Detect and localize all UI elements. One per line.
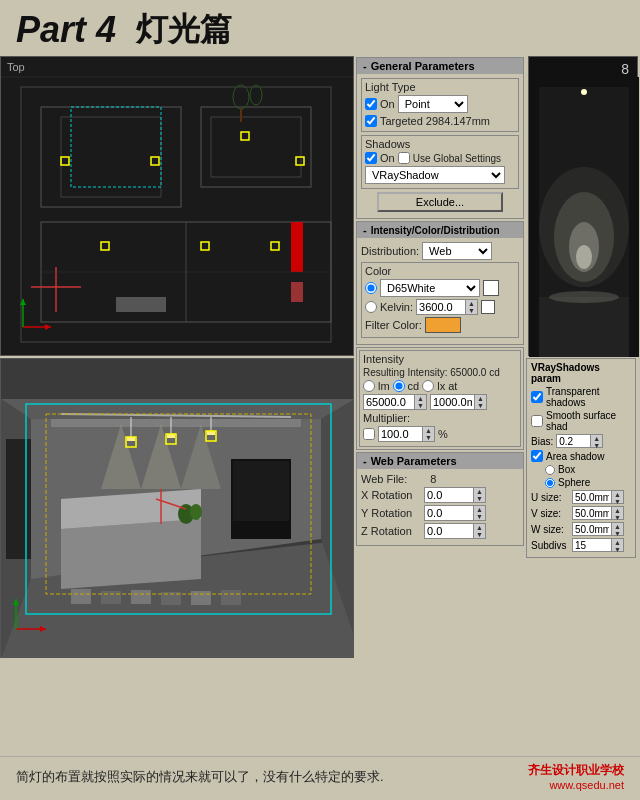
shadows-on-checkbox[interactable] — [365, 152, 377, 164]
use-global-checkbox[interactable] — [398, 152, 410, 164]
vray-shadows-panel: VRayShadows param Transparent shadows Sm… — [526, 358, 636, 558]
shadows-on-label: On — [380, 152, 395, 164]
svg-point-77 — [549, 291, 619, 303]
dist-spin[interactable]: ▲▼ — [475, 394, 487, 410]
svg-rect-12 — [296, 157, 304, 165]
filter-label: Filter Color: — [365, 319, 422, 331]
bias-spinbox: ▲▼ — [556, 434, 603, 448]
targeted-checkbox[interactable] — [365, 115, 377, 127]
u-size-input[interactable] — [572, 490, 612, 504]
svg-rect-7 — [291, 222, 303, 272]
bias-input[interactable] — [556, 434, 591, 448]
v-size-input[interactable] — [572, 506, 612, 520]
viewport-persp-svg — [1, 359, 354, 658]
u-size-row: U size: ▲▼ — [531, 490, 631, 504]
viewport-persp[interactable]: Pe — [0, 358, 354, 658]
intensity-spin[interactable]: ▲▼ — [415, 394, 427, 410]
u-size-label: U size: — [531, 492, 569, 503]
kelvin-radio[interactable] — [365, 301, 377, 313]
x-rot-input[interactable] — [424, 487, 474, 503]
light-type-select[interactable]: Point — [398, 95, 468, 113]
svg-rect-14 — [201, 242, 209, 250]
v-size-spinbox: ▲▼ — [572, 506, 624, 520]
color-radio[interactable] — [365, 282, 377, 294]
web-params-section: - Web Parameters Web File: 8 X Rotation … — [356, 452, 524, 546]
y-rot-label: Y Rotation — [361, 507, 421, 519]
z-rot-row: Z Rotation ▲▼ — [361, 523, 519, 539]
smooth-checkbox[interactable] — [531, 415, 543, 427]
subdivs-spin[interactable]: ▲▼ — [612, 538, 624, 552]
x-rot-spin[interactable]: ▲▼ — [474, 487, 486, 503]
z-rot-input[interactable] — [424, 523, 474, 539]
lxat-radio[interactable] — [422, 380, 434, 392]
svg-rect-3 — [61, 117, 161, 197]
preview-panel: 8 — [528, 56, 638, 356]
shadows-group: Shadows On Use Global Settings VRayShado… — [361, 135, 519, 189]
lm-radio[interactable] — [363, 380, 375, 392]
area-shadow-checkbox[interactable] — [531, 450, 543, 462]
kelvin-spin-arrows[interactable]: ▲▼ — [466, 299, 478, 315]
viewport-top[interactable]: Top — [0, 56, 354, 356]
web-file-row: Web File: 8 — [361, 473, 519, 485]
subdivs-spinbox: ▲▼ — [572, 538, 624, 552]
sphere-label: Sphere — [558, 477, 590, 488]
web-file-label: Web File: — [361, 473, 407, 485]
bias-spin[interactable]: ▲▼ — [591, 434, 603, 448]
y-rot-input[interactable] — [424, 505, 474, 521]
subdivs-input[interactable] — [572, 538, 612, 552]
multiplier-row: Multiplier: — [363, 412, 517, 424]
z-rot-spin[interactable]: ▲▼ — [474, 523, 486, 539]
svg-marker-46 — [61, 519, 201, 589]
right-sub-column: 8 — [526, 56, 640, 756]
exclude-button[interactable]: Exclude... — [377, 192, 503, 212]
web-params-title: Web Parameters — [371, 455, 457, 467]
x-rot-label: X Rotation — [361, 489, 421, 501]
intensity-input[interactable] — [363, 394, 415, 410]
svg-point-23 — [250, 85, 262, 105]
svg-rect-11 — [241, 132, 249, 140]
intensity-title: Intensity/Color/Distribution — [371, 225, 500, 236]
w-size-spinbox: ▲▼ — [572, 522, 624, 536]
cd-radio[interactable] — [393, 380, 405, 392]
box-radio[interactable] — [545, 465, 555, 475]
x-rot-spinbox: ▲▼ — [424, 487, 486, 503]
viewports: Top — [0, 56, 354, 736]
v-spin[interactable]: ▲▼ — [612, 506, 624, 520]
color-row: D65White — [365, 279, 515, 297]
multiplier-spin[interactable]: ▲▼ — [423, 426, 435, 442]
svg-rect-55 — [191, 591, 211, 605]
color-swatch-white[interactable] — [483, 280, 499, 296]
kelvin-input[interactable] — [416, 299, 466, 315]
filter-color-swatch[interactable] — [425, 317, 461, 333]
right-panel-layout: - General Parameters Light Type On Point — [354, 56, 640, 756]
multiplier-input[interactable] — [378, 426, 423, 442]
intensity-section: - Intensity/Color/Distribution Distribut… — [356, 221, 524, 345]
sphere-radio[interactable] — [545, 478, 555, 488]
w-spin[interactable]: ▲▼ — [612, 522, 624, 536]
svg-rect-1 — [21, 87, 331, 342]
svg-marker-27 — [45, 324, 51, 330]
u-spin[interactable]: ▲▼ — [612, 490, 624, 504]
dist-spinbox: ▲▼ — [430, 394, 487, 410]
distribution-select[interactable]: Web — [422, 242, 492, 260]
transparent-checkbox[interactable] — [531, 391, 543, 403]
on-label: On — [380, 98, 395, 110]
svg-rect-5 — [211, 117, 301, 177]
distribution-row: Distribution: Web — [361, 242, 519, 260]
v-size-row: V size: ▲▼ — [531, 506, 631, 520]
on-checkbox[interactable] — [365, 98, 377, 110]
dist-input[interactable] — [430, 394, 475, 410]
svg-rect-50 — [6, 439, 31, 559]
kelvin-row: Kelvin: ▲▼ — [365, 299, 515, 315]
w-size-input[interactable] — [572, 522, 612, 536]
shadow-type-select[interactable]: VRayShadow — [365, 166, 505, 184]
preview-number: 8 — [621, 61, 629, 77]
z-rot-spinbox: ▲▼ — [424, 523, 486, 539]
multiplier-checkbox[interactable] — [363, 428, 375, 440]
kelvin-color-swatch[interactable] — [481, 300, 495, 314]
color-select[interactable]: D65White — [380, 279, 480, 297]
header: Part 4 灯光篇 — [0, 0, 640, 56]
y-rot-spin[interactable]: ▲▼ — [474, 505, 486, 521]
svg-rect-8 — [291, 282, 303, 302]
intensity-spinbox: ▲▼ — [363, 394, 427, 410]
